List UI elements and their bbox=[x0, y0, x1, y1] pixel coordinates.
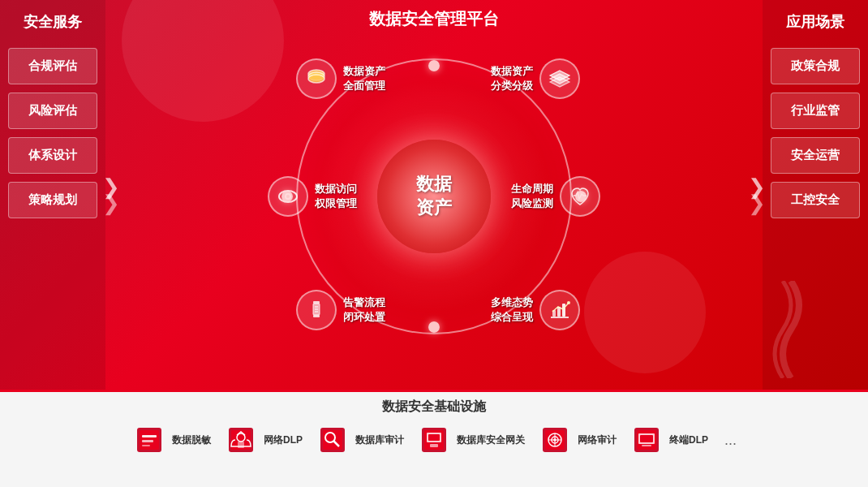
bottom-item-network-dlp[interactable]: 网络DLP bbox=[223, 422, 303, 458]
sidebar-item-risk[interactable]: 风险评估 bbox=[8, 93, 97, 129]
center-text: 数据 资产 bbox=[416, 173, 452, 219]
endpoint-dlp-label: 终端DLP bbox=[669, 433, 708, 447]
platform-title: 数据安全管理平台 bbox=[369, 8, 499, 30]
db-gateway-label: 数据库安全网关 bbox=[457, 433, 525, 447]
db-audit-icon bbox=[315, 422, 350, 458]
svg-rect-26 bbox=[142, 445, 150, 446]
svg-point-46 bbox=[553, 438, 556, 442]
center-area: 数据安全管理平台 数据 资产 bbox=[105, 0, 763, 390]
node-lifecycle-risk[interactable]: 生命周期 风险监测 bbox=[511, 176, 600, 217]
circle-diagram: 数据 资产 bbox=[264, 42, 604, 351]
bottom-items: 数据脱敏 网络DLP bbox=[12, 422, 856, 458]
svg-rect-17 bbox=[551, 317, 569, 318]
left-sidebar-title: 安全服务 bbox=[8, 12, 97, 36]
glow-dot-bottom bbox=[428, 321, 440, 333]
bottom-item-db-gateway[interactable]: 数据库安全网关 bbox=[416, 422, 525, 458]
more-button[interactable]: ... bbox=[724, 432, 737, 449]
main-container: 安全服务 合规评估 风险评估 体系设计 策略规划 ❯ ❯ 数据安全管理平台 bbox=[0, 0, 868, 487]
network-dlp-icon bbox=[223, 422, 259, 458]
layers-icon bbox=[539, 58, 580, 99]
network-dlp-label: 网络DLP bbox=[264, 433, 303, 447]
desensitization-icon bbox=[131, 422, 167, 458]
right-sidebar-title: 应用场景 bbox=[771, 12, 860, 36]
db-gateway-icon bbox=[416, 422, 452, 458]
tool-wrench-icon bbox=[296, 290, 337, 330]
glow-dot-left bbox=[281, 191, 293, 202]
svg-rect-25 bbox=[142, 440, 153, 442]
left-arrow: ❯ ❯ bbox=[102, 176, 120, 213]
bottom-item-endpoint-dlp[interactable]: 终端DLP bbox=[629, 422, 708, 458]
svg-rect-39 bbox=[430, 444, 438, 447]
svg-point-21 bbox=[567, 301, 570, 304]
svg-rect-13 bbox=[313, 315, 320, 317]
desensitization-label: 数据脱敏 bbox=[172, 433, 211, 447]
node-alert-process[interactable]: 告警流程 闭环处置 bbox=[296, 290, 385, 330]
node-access-control-label: 数据访问 权限管理 bbox=[315, 182, 357, 211]
node-data-classification-label: 数据资产 分类分级 bbox=[491, 64, 533, 93]
glow-dot-right bbox=[575, 191, 587, 202]
node-data-asset-mgmt-label: 数据资产 全面管理 bbox=[343, 64, 385, 93]
node-lifecycle-risk-label: 生命周期 风险监测 bbox=[511, 182, 553, 211]
top-section: 安全服务 合规评估 风险评估 体系设计 策略规划 ❯ ❯ 数据安全管理平台 bbox=[0, 0, 868, 390]
svg-rect-51 bbox=[642, 445, 651, 446]
net-audit-icon bbox=[537, 422, 573, 458]
sidebar-item-policy[interactable]: 政策合规 bbox=[771, 48, 860, 84]
db-audit-label: 数据库审计 bbox=[355, 433, 404, 447]
node-data-asset-mgmt[interactable]: 数据资产 全面管理 bbox=[296, 58, 385, 99]
glow-dot-top bbox=[428, 60, 440, 71]
right-sidebar: ❯ ❯ 应用场景 政策合规 行业监管 安全运营 工控安全 bbox=[763, 0, 868, 390]
net-audit-label: 网络审计 bbox=[578, 433, 617, 447]
svg-rect-50 bbox=[640, 435, 653, 442]
center-circle: 数据 资产 bbox=[377, 140, 491, 253]
sidebar-item-ics[interactable]: 工控安全 bbox=[771, 182, 860, 218]
sidebar-item-security-ops[interactable]: 安全运营 bbox=[771, 137, 860, 174]
coins-icon bbox=[296, 58, 337, 99]
svg-point-4 bbox=[308, 75, 324, 83]
svg-rect-24 bbox=[142, 435, 157, 437]
endpoint-dlp-icon bbox=[629, 422, 664, 458]
node-data-classification[interactable]: 数据资产 分类分级 bbox=[491, 58, 580, 99]
bottom-item-net-audit[interactable]: 网络审计 bbox=[537, 422, 617, 458]
bottom-item-db-audit[interactable]: 数据库审计 bbox=[315, 422, 404, 458]
left-sidebar: 安全服务 合规评估 风险评估 体系设计 策略规划 ❯ ❯ bbox=[0, 0, 105, 390]
node-alert-process-label: 告警流程 闭环处置 bbox=[343, 295, 385, 325]
chart-icon bbox=[539, 290, 580, 330]
wave-deco bbox=[767, 281, 815, 381]
bottom-title: 数据安全基础设施 bbox=[12, 399, 856, 416]
svg-rect-30 bbox=[238, 442, 244, 448]
sidebar-item-industry[interactable]: 行业监管 bbox=[771, 93, 860, 129]
node-multi-view[interactable]: 多维态势 综合呈现 bbox=[491, 290, 580, 330]
node-multi-view-label: 多维态势 综合呈现 bbox=[491, 295, 533, 325]
bottom-item-desensitization[interactable]: 数据脱敏 bbox=[131, 422, 211, 458]
sidebar-item-compliance[interactable]: 合规评估 bbox=[8, 48, 97, 84]
svg-rect-38 bbox=[428, 434, 440, 441]
sidebar-item-strategy[interactable]: 策略规划 bbox=[8, 182, 97, 218]
sidebar-item-system[interactable]: 体系设计 bbox=[8, 137, 97, 174]
svg-rect-20 bbox=[562, 304, 565, 317]
right-arrow: ❯ ❯ bbox=[748, 176, 766, 213]
bottom-section: 数据安全基础设施 数据脱敏 bbox=[0, 390, 868, 487]
